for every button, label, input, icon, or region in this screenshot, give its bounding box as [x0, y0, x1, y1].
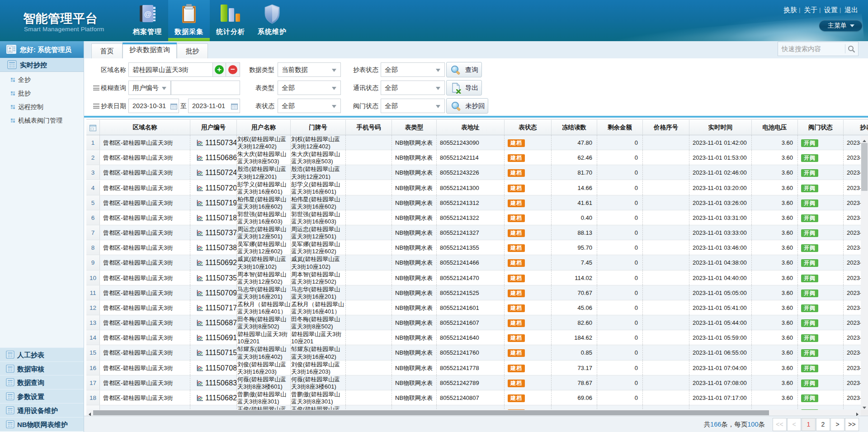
svg-text:@: @	[144, 10, 152, 19]
